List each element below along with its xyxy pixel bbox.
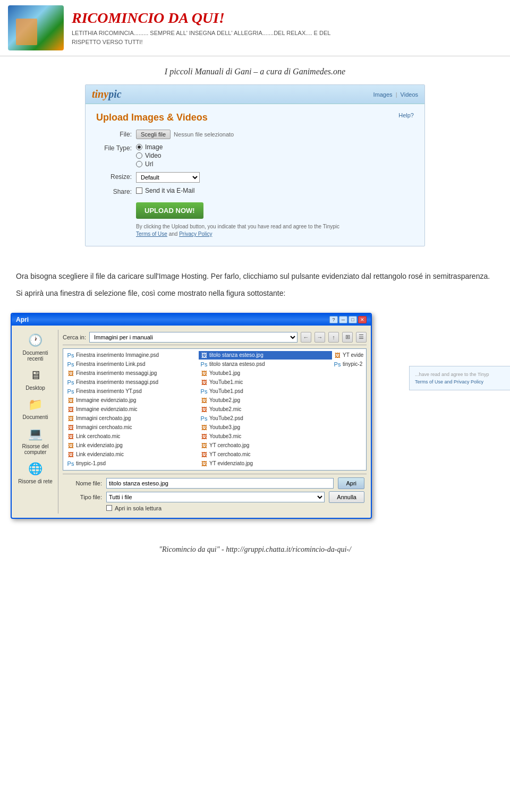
resize-select[interactable]: Default [136,172,200,183]
tinypic-background: ...have read and agree to the Tinyp Term… [409,366,510,390]
filename-label: Nome file: [65,480,102,486]
sidebar-label-desktop: Desktop [26,385,45,391]
psd-icon: Ps [67,460,74,467]
privacy-link[interactable]: Privacy Policy [179,231,212,237]
files-area: Ps Finestra inserimento Immagine.psd Ps … [63,348,367,471]
list-item[interactable]: 🖼 Youtube2.mic [199,405,332,414]
radio-url[interactable]: Url [136,160,414,168]
file-label: File: [96,130,136,138]
nav-images[interactable]: Images [373,91,393,98]
filetype-select[interactable]: Tutti i file [106,492,325,502]
list-item[interactable]: 🖼 YT evide [332,351,364,360]
sidebar-label-docs: Documenti [23,414,48,420]
list-item[interactable]: 🖼 Finestra inserimento messaggi.jpg [65,369,199,378]
readonly-row: Apri in sola lettura [65,505,364,511]
list-item[interactable]: 🖼 Immagine evidenziato.mic [65,405,199,414]
forward-button[interactable]: → [314,332,325,343]
list-item[interactable]: 🖼 Youtube1.jpg [199,369,332,378]
list-item[interactable]: Ps YouTube2.psd [199,414,332,423]
dialog-question-button[interactable]: ? [329,316,338,323]
radio-image-circle[interactable] [136,144,142,150]
site-title: RICOMINCIO DA QUI! [72,10,502,27]
list-item[interactable]: 🖼 Link cerchoato.mic [65,432,199,441]
share-row: Share: Send it via E-Mail [96,187,414,195]
dialog-close-button[interactable]: ✕ [358,316,367,323]
browse-button[interactable]: Scegli file [136,130,171,139]
back-button[interactable]: ← [301,332,311,343]
share-label: Share: [96,187,136,195]
list-item[interactable]: 🖼 Immagine evidenziato.jpg [65,396,199,405]
sidebar-item-recent[interactable]: 🕐 Documenti recenti [16,330,55,364]
list-item[interactable]: Ps tinypic-2 [332,360,364,369]
terms-link[interactable]: Terms of Use [136,231,167,237]
list-item[interactable]: 🖼 YT cerchoato.mic [199,450,332,459]
view-button[interactable]: ☰ [356,332,367,343]
list-item[interactable]: Ps titolo stanza esteso.psd [199,360,332,369]
tinypic-nav[interactable]: Images | Videos [373,91,419,98]
sidebar-item-docs[interactable]: 📁 Documenti [16,394,55,422]
upload-disclaimer: By clicking the Upload button, you indic… [136,223,414,238]
psd-icon: Ps [200,361,208,368]
share-control: Send it via E-Mail [136,187,414,194]
list-item[interactable]: 🖼 Immagini cerchoato.mic [65,423,199,432]
body-para1: Ora bisogna scegliere il file da caricar… [16,270,494,282]
list-item[interactable]: Ps tinypic-1.psd [65,459,199,468]
open-button[interactable]: Apri [338,477,364,489]
resize-label: Resize: [96,172,136,181]
radio-video-circle[interactable] [136,152,142,159]
up-button[interactable]: ↑ [328,332,339,343]
list-item[interactable]: 🖼 Link evidenziato.mic [65,450,199,459]
filename-input[interactable] [106,478,334,489]
radio-video[interactable]: Video [136,152,414,159]
jpg-icon: 🖼 [67,397,74,404]
tinypic-widget: tinypic Images | Videos Help? Upload Ima… [85,84,425,246]
filetype-label: Tipo file: [65,494,102,500]
path-select[interactable]: Immagini per i manuali [89,332,298,343]
sidebar-item-network[interactable]: 🌐 Risorse di rete [16,458,55,486]
list-item[interactable]: 🖼 YT cerchoato.jpg [199,441,332,450]
tinypic-body: Help? Upload Images & Videos File: Scegl… [86,104,424,246]
mic-icon: 🖼 [200,379,208,386]
radio-image[interactable]: Image [136,143,414,151]
nav-videos[interactable]: Videos [401,91,418,98]
resize-row: Resize: Default [96,172,414,183]
list-item[interactable]: Ps Finestra inserimento Immagine.psd [65,351,199,360]
share-checkbox[interactable] [136,187,142,194]
body-para2: Si aprirà una finestra di selezione file… [16,287,494,299]
dialog-title: Apri [16,316,29,323]
dialog-maximize-button[interactable]: □ [348,316,357,323]
jpg-icon: 🖼 [200,442,208,449]
list-item[interactable]: 🖼 titolo stanza esteso.jpg [199,351,332,360]
list-item[interactable]: Ps YouTube1.psd [199,387,332,396]
list-item[interactable]: 🖼 Immagini cerchoato.jpg [65,414,199,423]
footer-text: "Ricomincio da qui" - http://gruppi.chat… [159,545,351,553]
mic-icon: 🖼 [200,433,208,440]
jpg-icon: 🖼 [334,352,341,359]
page-subtitle: I piccoli Manuali di Gani – a cura di Ga… [0,56,510,84]
tinypic-logo: tinypic [92,88,122,100]
list-item[interactable]: 🖼 YouTube1.mic [199,378,332,387]
list-item[interactable]: Ps Finestra inserimento YT.psd [65,387,199,396]
computer-icon: 💻 [27,425,44,442]
dialog-title-icons: ? ─ □ ✕ [329,316,367,323]
list-item[interactable]: 🖼 Youtube2.jpg [199,396,332,405]
help-link[interactable]: Help? [398,112,414,118]
list-item[interactable]: 🖼 YT evidenziato.jpg [199,459,332,468]
list-item[interactable]: Ps Finestra inserimento messaggi.psd [65,378,199,387]
dialog-minimize-button[interactable]: ─ [339,316,347,323]
cancel-button[interactable]: Annulla [329,491,364,503]
list-item[interactable]: 🖼 Youtube3.mic [199,432,332,441]
files-column-1: Ps Finestra inserimento Immagine.psd Ps … [65,351,199,468]
upload-button[interactable]: UPLOAD NOW! [136,202,203,219]
sidebar-item-computer[interactable]: 💻 Risorse del computer [16,423,55,457]
share-email-label: Send it via E-Mail [145,187,194,194]
mic-icon: 🖼 [67,433,74,440]
sidebar-item-desktop[interactable]: 🖥 Desktop [16,365,55,393]
list-item[interactable]: 🖼 Youtube3.jpg [199,423,332,432]
new-folder-button[interactable]: ⊞ [342,332,353,343]
list-item[interactable]: Ps Finestra inserimento Link.psd [65,360,199,369]
radio-url-circle[interactable] [136,161,142,167]
list-item[interactable]: 🖼 Link evidenziato.jpg [65,441,199,450]
readonly-checkbox[interactable] [106,505,112,511]
psd-icon: Ps [200,388,208,395]
